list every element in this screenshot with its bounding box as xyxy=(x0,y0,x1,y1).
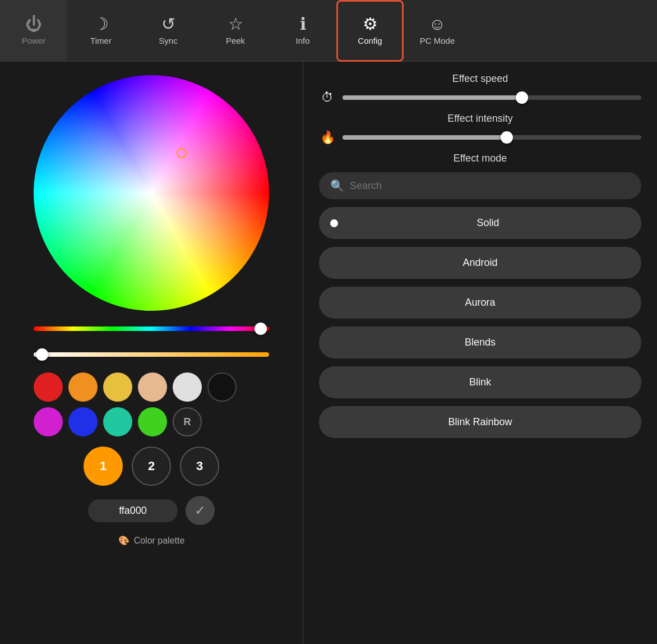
mode-solid-label: Solid xyxy=(346,217,630,229)
swatch-magenta[interactable] xyxy=(34,407,63,436)
nav-info[interactable]: ℹ Info xyxy=(269,0,336,62)
nav-timer[interactable]: ☽ Timer xyxy=(67,0,135,62)
mode-blink-label: Blink xyxy=(330,376,630,388)
brightness-slider-row xyxy=(34,347,269,362)
palette-label-row: 🎨 Color palette xyxy=(118,535,185,546)
mode-button-android[interactable]: Android xyxy=(319,247,641,279)
right-panel: Effect speed ⏱ Effect intensity 🔥 Effe xyxy=(303,62,657,644)
mode-button-solid[interactable]: Solid xyxy=(319,207,641,239)
top-navigation: ⏻ Power ☽ Timer ↺ Sync ☆ Peek ℹ Info ⚙ C… xyxy=(0,0,657,62)
sync-icon: ↺ xyxy=(161,16,175,33)
mode-button-blink[interactable]: Blink xyxy=(319,366,641,398)
peek-icon: ☆ xyxy=(228,16,243,33)
swatch-white[interactable] xyxy=(173,372,202,402)
color-wheel[interactable] xyxy=(34,75,269,311)
palette-label-text: Color palette xyxy=(134,536,185,546)
effect-speed-thumb[interactable] xyxy=(516,91,528,104)
swatch-row-2: R xyxy=(34,407,269,436)
mode-android-label: Android xyxy=(330,257,630,269)
zone-button-3[interactable]: 3 xyxy=(180,447,219,486)
mode-button-blink-rainbow[interactable]: Blink Rainbow xyxy=(319,406,641,438)
search-icon: 🔍 xyxy=(330,179,344,192)
power-icon: ⏻ xyxy=(25,16,42,33)
brightness-slider-thumb[interactable] xyxy=(36,348,48,361)
effect-mode-label: Effect mode xyxy=(319,153,641,164)
zone-buttons: 1 2 3 xyxy=(84,447,219,486)
swatch-row-1 xyxy=(34,372,269,402)
main-content: R 1 2 3 ✓ 🎨 Color palette xyxy=(0,62,657,644)
search-box[interactable]: 🔍 xyxy=(319,172,641,199)
effect-intensity-section: Effect intensity 🔥 xyxy=(319,113,641,145)
nav-sync-label: Sync xyxy=(159,36,177,45)
hex-row: ✓ xyxy=(88,496,215,525)
nav-config-label: Config xyxy=(358,36,382,45)
mode-blends-label: Blends xyxy=(330,337,630,348)
search-input[interactable] xyxy=(350,180,630,192)
swatch-teal[interactable] xyxy=(103,407,132,436)
mode-active-dot xyxy=(330,219,338,227)
nav-sync[interactable]: ↺ Sync xyxy=(135,0,202,62)
zone-button-2[interactable]: 2 xyxy=(132,447,171,486)
timer-icon: ☽ xyxy=(94,16,109,33)
effect-speed-section: Effect speed ⏱ xyxy=(319,73,641,105)
effect-intensity-label: Effect intensity xyxy=(319,113,641,125)
swatches-container: R xyxy=(34,372,269,436)
info-icon: ℹ xyxy=(300,16,306,33)
left-panel: R 1 2 3 ✓ 🎨 Color palette xyxy=(0,62,303,644)
nav-pcmode-label: PC Mode xyxy=(420,36,455,45)
swatch-orange[interactable] xyxy=(68,372,98,402)
nav-power-label: Power xyxy=(22,36,46,45)
swatch-blue[interactable] xyxy=(68,407,98,436)
confirm-icon: ✓ xyxy=(195,503,206,518)
zone-button-1[interactable]: 1 xyxy=(84,447,123,486)
nav-config[interactable]: ⚙ Config xyxy=(336,0,404,62)
speed-icon: ⏱ xyxy=(319,90,336,105)
effect-speed-label: Effect speed xyxy=(319,73,641,85)
nav-timer-label: Timer xyxy=(90,36,112,45)
effect-speed-slider-row: ⏱ xyxy=(319,90,641,105)
swatch-peach[interactable] xyxy=(138,372,167,402)
hue-slider-row xyxy=(34,321,269,337)
mode-blink-rainbow-label: Blink Rainbow xyxy=(330,416,630,428)
mode-aurora-label: Aurora xyxy=(330,297,630,309)
palette-icon: 🎨 xyxy=(118,535,129,546)
hue-slider-track[interactable] xyxy=(34,326,269,331)
mode-button-blends[interactable]: Blends xyxy=(319,326,641,358)
pcmode-icon: ☺ xyxy=(429,16,446,33)
nav-power[interactable]: ⏻ Power xyxy=(0,0,67,62)
swatch-black[interactable] xyxy=(207,372,237,402)
effect-intensity-slider-row: 🔥 xyxy=(319,130,641,145)
mode-button-aurora[interactable]: Aurora xyxy=(319,287,641,319)
nav-info-label: Info xyxy=(295,36,309,45)
brightness-slider-track[interactable] xyxy=(34,352,269,357)
color-wheel-cursor[interactable] xyxy=(177,148,187,158)
swatch-red[interactable] xyxy=(34,372,63,402)
effect-intensity-track[interactable] xyxy=(343,135,641,140)
intensity-icon: 🔥 xyxy=(319,130,336,145)
hue-slider-thumb[interactable] xyxy=(255,323,267,335)
effect-speed-track[interactable] xyxy=(343,95,641,100)
nav-peek[interactable]: ☆ Peek xyxy=(202,0,269,62)
swatch-green[interactable] xyxy=(138,407,167,436)
config-icon: ⚙ xyxy=(363,16,378,33)
nav-pcmode[interactable]: ☺ PC Mode xyxy=(404,0,471,62)
nav-peek-label: Peek xyxy=(226,36,245,45)
hex-input[interactable] xyxy=(88,499,178,522)
confirm-button[interactable]: ✓ xyxy=(186,496,215,525)
color-wheel-container[interactable] xyxy=(34,75,269,311)
effect-intensity-thumb[interactable] xyxy=(501,131,513,144)
swatch-reset[interactable]: R xyxy=(173,407,202,436)
swatch-yellow[interactable] xyxy=(103,372,132,402)
